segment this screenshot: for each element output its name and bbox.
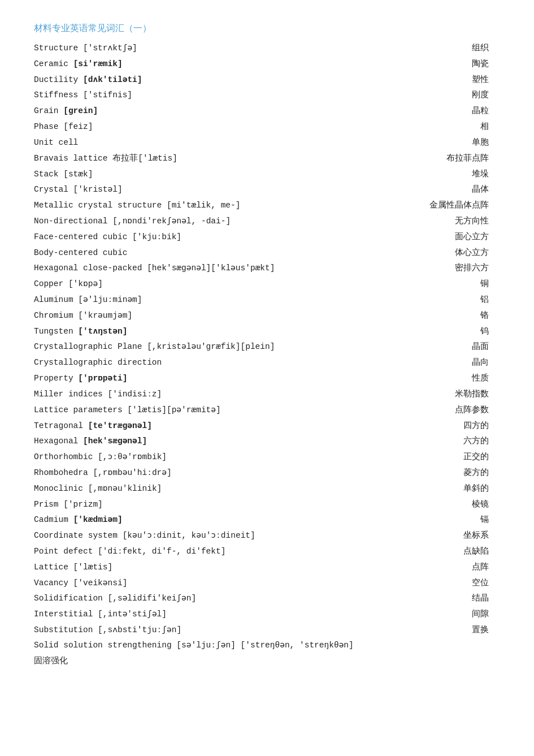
entry-text: Crystallographic direction (34, 355, 162, 370)
vocab-row: 固溶强化 (34, 653, 500, 668)
entry-text: Stiffness ['stifnis] (34, 88, 132, 103)
chinese-translation: 陶瓷 (472, 56, 500, 71)
chinese-translation: 坐标系 (463, 528, 500, 543)
entry-text: Non-directional [,nɒndi'rekʃənəl, -dai-] (34, 214, 231, 229)
entry-text: Copper ['kɒpə] (34, 277, 103, 292)
vocab-row: Point defect ['diːfekt, di'f-, di'fekt]点… (34, 543, 500, 559)
entry-text: Aluminum [ə'ljuːminəm] (34, 292, 142, 308)
vocab-row: Tungsten ['tʌŋstən]钨 (34, 323, 500, 339)
vocab-row: Vacancy ['veikənsi]空位 (34, 575, 500, 591)
entry-text: Coordinate system [kəu'ɔːdinit, kəu'ɔːdi… (34, 528, 255, 543)
chinese-translation: 空位 (472, 575, 500, 590)
chinese-translation: 性质 (472, 370, 500, 386)
vocab-row: Prism ['prizm]棱镜 (34, 496, 500, 512)
vocab-row: Hexagonal close-packed [hek'sægənəl]['kl… (34, 260, 500, 276)
entry-text: Point defect ['diːfekt, di'f-, di'fekt] (34, 544, 225, 559)
entry-text: Tetragonal [te'trægənəl] (34, 418, 152, 434)
chinese-translation: 无方向性 (455, 213, 500, 228)
vocab-row: Aluminum [ə'ljuːminəm]铝 (34, 292, 500, 308)
chinese-translation: 刚度 (472, 87, 500, 102)
chinese-text: 固溶强化 (34, 653, 68, 668)
vocab-row: Interstitial [,intə'stiʃəl]间隙 (34, 606, 500, 622)
vocab-row: Bravais lattice 布拉菲['lætis]布拉菲点阵 (34, 150, 500, 166)
vocab-row: Rhombohedra [,rɒmbəu'hiːdrə]菱方的 (34, 465, 500, 481)
chinese-translation: 间隙 (472, 606, 500, 621)
vocab-row: Substitution [,sʌbsti'tjuːʃən]置换 (34, 622, 500, 638)
chinese-translation: 铜 (480, 276, 500, 291)
entry-text: Metallic crystal structure [mi'tælik, me… (34, 198, 240, 213)
entry-text: Solid solution strengthening [sə'ljuːʃən… (34, 638, 354, 653)
chinese-translation: 置换 (472, 622, 500, 637)
chinese-translation: 正交的 (463, 449, 500, 464)
entry-text: Orthorhombic [,ɔːθə'rɒmbik] (34, 450, 167, 465)
entry-text: Phase [feiz] (34, 119, 93, 135)
vocab-row: Coordinate system [kəu'ɔːdinit, kəu'ɔːdi… (34, 528, 500, 543)
chinese-translation: 塑性 (472, 72, 500, 87)
chinese-translation: 密排六方 (455, 260, 500, 275)
entry-text: Face-centered cubic ['kjuːbik] (34, 230, 181, 245)
chinese-translation: 单斜的 (463, 481, 500, 496)
vocab-row: Copper ['kɒpə]铜 (34, 276, 500, 292)
entry-text: Body-centered cubic (34, 245, 127, 261)
entry-text: Hexagonal close-packed [hek'sægənəl]['kl… (34, 261, 275, 276)
vocab-row: Cadmium ['kædmiəm]镉 (34, 512, 500, 528)
entry-text: Vacancy ['veikənsi] (34, 576, 127, 591)
vocab-row: Stiffness ['stifnis]刚度 (34, 87, 500, 103)
entry-text: Crystal ['kristəl] (34, 182, 123, 197)
vocab-row: Crystallographic direction晶向 (34, 355, 500, 370)
vocab-row: Crystallographic Plane [,kristələu'græfi… (34, 339, 500, 355)
entry-text: Interstitial [,intə'stiʃəl] (34, 607, 167, 622)
entry-text: Tungsten ['tʌŋstən] (34, 324, 127, 339)
vocab-row: Ductility [dʌk'tiləti]塑性 (34, 72, 500, 88)
vocab-row: Ceramic [si'ræmik]陶瓷 (34, 56, 500, 72)
vocab-row: Lattice parameters ['lætis][pə'ræmitə]点阵… (34, 402, 500, 418)
chinese-translation: 四方的 (463, 418, 500, 433)
chinese-translation: 点缺陷 (463, 543, 500, 559)
entry-text: Chromium ['krəumjəm] (34, 308, 132, 323)
entry-text: Monoclinic [,mɒnəu'klinik] (34, 481, 162, 496)
vocab-row: Orthorhombic [,ɔːθə'rɒmbik]正交的 (34, 449, 500, 465)
vocab-row: Stack [stæk]堆垛 (34, 166, 500, 182)
chinese-translation: 棱镜 (472, 496, 500, 512)
chinese-translation: 结晶 (472, 590, 500, 606)
vocab-row: Phase [feiz]相 (34, 119, 500, 135)
vocab-row: Property ['prɒpəti]性质 (34, 370, 500, 386)
chinese-translation: 钨 (480, 323, 500, 339)
chinese-translation: 体心立方 (455, 245, 500, 260)
chinese-translation: 晶面 (472, 339, 500, 354)
entry-text: Miller indices ['indisiːz] (34, 387, 162, 402)
entry-text: Solidification [,səlidifi'keiʃən] (34, 591, 196, 606)
vocab-row: Monoclinic [,mɒnəu'klinik]单斜的 (34, 481, 500, 496)
vocab-row: Body-centered cubic体心立方 (34, 245, 500, 261)
chinese-translation: 点阵参数 (455, 402, 500, 417)
chinese-translation: 铝 (480, 292, 500, 307)
chinese-translation: 布拉菲点阵 (446, 150, 500, 166)
chinese-translation: 堆垛 (472, 166, 500, 182)
chinese-translation: 单胞 (472, 135, 500, 150)
vocab-row: Lattice ['lætis]点阵 (34, 559, 500, 575)
vocab-row: Unit cell单胞 (34, 135, 500, 150)
vocab-row: Chromium ['krəumjəm]铬 (34, 308, 500, 323)
vocab-row: Miller indices ['indisiːz]米勒指数 (34, 386, 500, 402)
vocab-row: Grain [grein]晶粒 (34, 103, 500, 119)
entry-text: Ceramic [si'ræmik] (34, 57, 123, 72)
entry-text: Unit cell (34, 135, 78, 150)
entry-text: Hexagonal [hek'sægənəl] (34, 434, 147, 449)
entry-text: Substitution [,sʌbsti'tjuːʃən] (34, 623, 181, 638)
vocab-row: Non-directional [,nɒndi'rekʃənəl, -dai-]… (34, 213, 500, 229)
vocab-row: Solidification [,səlidifi'keiʃən]结晶 (34, 590, 500, 606)
chinese-translation: 组织 (472, 40, 500, 55)
chinese-translation: 面心立方 (455, 229, 500, 244)
chinese-translation: 金属性晶体点阵 (429, 197, 500, 213)
vocab-row: Crystal ['kristəl]晶体 (34, 182, 500, 197)
entry-text: Rhombohedra [,rɒmbəu'hiːdrə] (34, 465, 172, 481)
page-title: 材料专业英语常见词汇（一） (34, 23, 500, 34)
chinese-translation: 相 (480, 119, 500, 134)
chinese-translation: 六方的 (463, 433, 500, 448)
chinese-translation: 点阵 (472, 559, 500, 574)
chinese-translation: 米勒指数 (455, 386, 500, 401)
entry-text: Stack [stæk] (34, 167, 93, 182)
entry-text: Prism ['prizm] (34, 497, 103, 512)
entry-text: Property ['prɒpəti] (34, 371, 127, 386)
chinese-translation: 镉 (480, 512, 500, 527)
